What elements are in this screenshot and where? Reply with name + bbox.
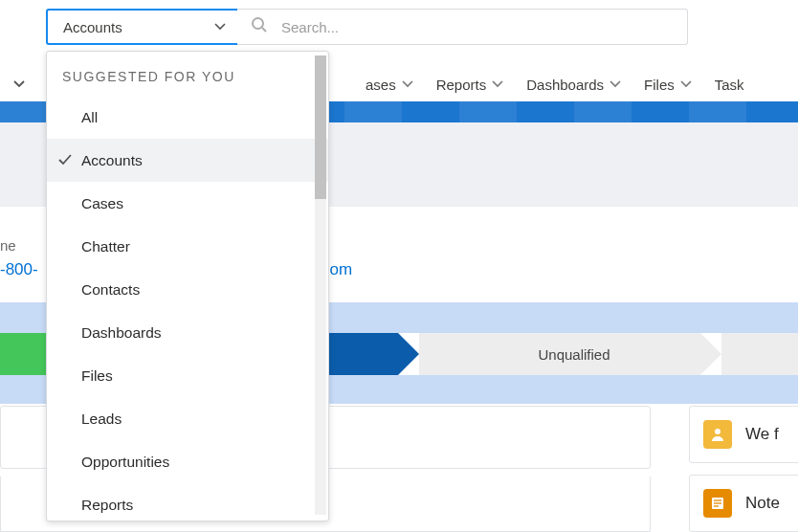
search-box[interactable]: [237, 9, 688, 45]
chevron-down-icon: [492, 80, 503, 88]
dropdown-item-label: Opportunities: [81, 454, 169, 471]
scrollbar-thumb[interactable]: [315, 55, 326, 199]
nav-item-dashboards[interactable]: Dashboards: [521, 71, 627, 99]
phone-label: ne: [0, 237, 16, 254]
dropdown-item-accounts[interactable]: Accounts: [47, 139, 328, 182]
dropdown-item-label: Cases: [81, 195, 123, 212]
svg-point-0: [253, 18, 263, 29]
dropdown-item-all[interactable]: All: [47, 96, 328, 139]
path-stage-next[interactable]: [721, 333, 798, 375]
check-icon: [58, 152, 72, 169]
dropdown-item-label: Leads: [81, 410, 122, 428]
nav-overflow-caret[interactable]: [0, 79, 38, 89]
note-icon: [703, 489, 732, 518]
dropdown-item-label: Dashboards: [81, 324, 162, 342]
person-icon: [703, 420, 732, 449]
nav-item-cases[interactable]: ases: [360, 71, 419, 99]
dropdown-list: AllAccountsCasesChatterContactsDashboard…: [47, 96, 328, 521]
caret-down-icon: [214, 23, 226, 31]
dropdown-item-label: Reports: [81, 497, 133, 514]
chevron-down-icon: [402, 80, 413, 88]
dropdown-item-opportunities[interactable]: Opportunities: [47, 440, 328, 483]
dropdown-item-dashboards[interactable]: Dashboards: [47, 311, 328, 354]
dropdown-scrollbar[interactable]: [315, 55, 326, 515]
search-input[interactable]: [281, 19, 687, 35]
search-scope-dropdown: SUGGESTED FOR YOU AllAccountsCasesChatte…: [46, 51, 329, 521]
svg-line-1: [262, 28, 266, 32]
dropdown-item-contacts[interactable]: Contacts: [47, 268, 328, 311]
assistant-card-text: We f: [745, 425, 779, 444]
dropdown-item-label: Files: [81, 367, 113, 385]
search-scope-label: Accounts: [63, 19, 122, 35]
dropdown-item-chatter[interactable]: Chatter: [47, 225, 328, 268]
svg-rect-3: [712, 498, 723, 509]
dropdown-item-label: Contacts: [81, 281, 140, 299]
dropdown-item-label: Chatter: [81, 238, 130, 255]
dropdown-item-label: All: [81, 109, 98, 126]
notes-card[interactable]: Note: [689, 475, 798, 532]
notes-card-text: Note: [745, 494, 780, 513]
path-stage-unqualified[interactable]: Unqualified: [419, 333, 700, 375]
nav-item-reports[interactable]: Reports: [431, 71, 510, 99]
dropdown-item-leads[interactable]: Leads: [47, 397, 328, 440]
global-search-bar: Accounts: [46, 9, 688, 45]
phone-value[interactable]: -800-: [0, 260, 38, 279]
dropdown-item-label: Accounts: [81, 152, 143, 169]
dropdown-section-header: SUGGESTED FOR YOU: [47, 52, 328, 96]
dropdown-item-files[interactable]: Files: [47, 354, 328, 397]
search-icon: [251, 16, 268, 37]
assistant-card[interactable]: We f: [689, 406, 798, 463]
search-scope-combo[interactable]: Accounts: [46, 9, 237, 45]
dropdown-item-cases[interactable]: Cases: [47, 182, 328, 225]
nav-item-tasks[interactable]: Task: [709, 71, 750, 99]
chevron-down-icon: [680, 80, 692, 88]
svg-point-2: [715, 429, 720, 434]
chevron-down-icon: [610, 80, 621, 88]
dropdown-item-reports[interactable]: Reports: [47, 483, 328, 521]
nav-item-files[interactable]: Files: [638, 71, 698, 99]
